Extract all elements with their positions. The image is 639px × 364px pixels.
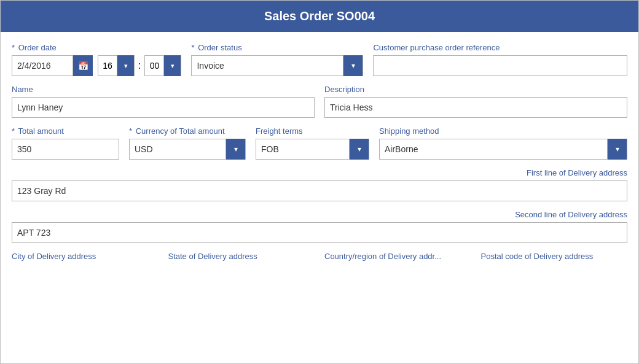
freight-value: FOB <box>256 141 349 158</box>
required-star-currency: * <box>129 126 132 136</box>
name-group: Name <box>12 85 315 118</box>
name-input[interactable] <box>12 97 315 118</box>
page-title: Sales Order SO004 <box>264 9 375 23</box>
date-input-group: 📅 16 ▾ : 00 ▾ <box>12 55 181 76</box>
form-content: * Order date 📅 16 ▾ <box>1 32 638 363</box>
delivery-line2-label: Second line of Delivery address <box>515 210 627 219</box>
description-label: Description <box>324 85 627 94</box>
chevron-down-icon: ▾ <box>124 62 128 70</box>
currency-value: USD <box>130 141 225 158</box>
total-amount-group: * Total amount <box>12 126 119 160</box>
currency-group: * Currency of Total amount USD ▾ <box>129 126 246 160</box>
order-status-select[interactable]: Invoice ▾ <box>191 55 363 76</box>
bottom-labels-row: City of Delivery address State of Delive… <box>12 252 627 267</box>
description-group: Description <box>324 85 627 118</box>
order-date-label: * Order date <box>12 43 181 52</box>
minute-value: 00 <box>145 57 163 74</box>
customer-po-input[interactable] <box>373 55 627 76</box>
order-date-group: * Order date 📅 16 ▾ <box>12 43 181 76</box>
delivery-line2-input[interactable] <box>12 222 627 243</box>
name-label: Name <box>12 85 315 94</box>
minute-select: 00 ▾ <box>144 55 181 76</box>
title-bar: Sales Order SO004 <box>1 1 638 32</box>
delivery-line1-input[interactable] <box>12 180 627 201</box>
currency-select[interactable]: USD ▾ <box>129 139 246 160</box>
delivery-line1-label: First line of Delivery address <box>527 168 627 177</box>
currency-label: * Currency of Total amount <box>129 126 246 136</box>
row-delivery-line2: Second line of Delivery address <box>12 210 627 243</box>
required-star-date: * <box>12 43 15 52</box>
shipping-arrow[interactable]: ▾ <box>607 139 627 160</box>
chevron-down-icon-status: ▾ <box>351 61 355 70</box>
required-star-status: * <box>191 43 194 52</box>
chevron-down-icon-min: ▾ <box>171 62 174 70</box>
customer-po-label: Customer purchase order reference <box>373 43 627 52</box>
freight-group: Freight terms FOB ▾ <box>256 126 369 160</box>
description-input[interactable] <box>324 97 627 118</box>
shipping-group: Shipping method AirBorne ▾ <box>379 126 627 160</box>
calendar-button[interactable]: 📅 <box>73 55 93 76</box>
order-status-value: Invoice <box>192 57 343 74</box>
shipping-label: Shipping method <box>379 126 627 136</box>
total-amount-label: * Total amount <box>12 126 119 136</box>
customer-po-group: Customer purchase order reference <box>373 43 627 76</box>
city-label: City of Delivery address <box>12 252 159 261</box>
shipping-value: AirBorne <box>380 141 607 158</box>
chevron-down-icon-freight: ▾ <box>358 145 361 153</box>
minute-arrow[interactable]: ▾ <box>163 55 181 76</box>
row-amount-currency-freight: * Total amount * Currency of Total amoun… <box>12 126 627 160</box>
freight-label: Freight terms <box>256 126 369 136</box>
main-window: Sales Order SO004 * Order date 📅 1 <box>0 0 639 364</box>
freight-arrow[interactable]: ▾ <box>349 139 369 160</box>
time-group: 16 ▾ : 00 ▾ <box>98 55 181 76</box>
order-status-group: * Order status Invoice ▾ <box>191 43 363 76</box>
hour-value: 16 <box>98 57 117 74</box>
chevron-down-icon-shipping: ▾ <box>616 145 619 153</box>
total-amount-input[interactable] <box>12 139 119 160</box>
state-label: State of Delivery address <box>168 252 315 261</box>
row-order-date-status: * Order date 📅 16 ▾ <box>12 43 627 76</box>
hour-select: 16 ▾ <box>98 55 135 76</box>
order-status-arrow[interactable]: ▾ <box>343 55 363 76</box>
row-delivery-line1: First line of Delivery address <box>12 168 627 201</box>
required-star-amount: * <box>12 126 15 136</box>
country-label: Country/region of Delivery addr... <box>324 252 471 261</box>
calendar-icon: 📅 <box>78 61 88 71</box>
order-status-label: * Order status <box>191 43 363 52</box>
order-date-input[interactable] <box>12 55 73 76</box>
postal-label: Postal code of Delivery address <box>481 252 628 261</box>
hour-arrow[interactable]: ▾ <box>117 55 134 76</box>
shipping-select[interactable]: AirBorne ▾ <box>379 139 627 160</box>
time-colon: : <box>137 60 142 71</box>
currency-arrow[interactable]: ▾ <box>225 139 245 160</box>
chevron-down-icon-currency: ▾ <box>234 145 238 153</box>
freight-select[interactable]: FOB ▾ <box>256 139 369 160</box>
row-name-description: Name Description <box>12 85 627 118</box>
